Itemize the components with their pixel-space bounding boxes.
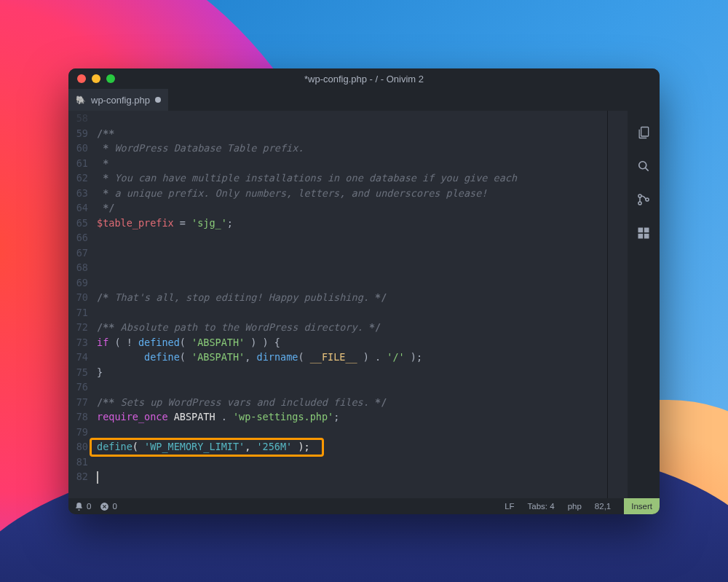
main-area: 58 59 60 61 62 63 64 65 66 67 68 69 70 7… [68,111,660,498]
svg-point-4 [638,202,641,205]
status-indentation[interactable]: Tabs: 4 [528,502,555,511]
status-language[interactable]: php [568,502,582,511]
svg-rect-7 [644,228,649,233]
source-control-icon[interactable] [636,192,651,207]
dirty-indicator-icon [155,97,161,103]
traffic-lights [68,74,115,83]
activity-bar [628,111,660,498]
problems-button[interactable]: 0 [100,502,116,511]
vim-mode-indicator: Insert [624,498,660,514]
minimize-button[interactable] [92,74,100,83]
cursor [97,471,98,484]
status-eol[interactable]: LF [505,502,514,511]
maximize-button[interactable] [106,74,115,83]
tab-label: wp-config.php [91,95,150,106]
editor-window: *wp-config.php - / - Onivim 2 🐘 wp-confi… [68,68,660,514]
extensions-icon[interactable] [636,226,651,240]
php-file-icon: 🐘 [76,95,86,105]
search-icon[interactable] [636,159,651,173]
status-bar: 0 0 LF Tabs: 4 php 82,1 Insert [68,498,660,514]
files-icon[interactable] [636,125,651,140]
problems-count: 0 [112,502,116,511]
line-number-gutter: 58 59 60 61 62 63 64 65 66 67 68 69 70 7… [68,111,92,498]
error-icon [100,502,109,511]
code-area[interactable]: /** * WordPress Database Table prefix. *… [92,111,607,498]
svg-point-3 [638,194,641,197]
svg-rect-6 [638,228,644,233]
notifications-button[interactable]: 0 [74,502,91,511]
bell-icon [74,502,84,511]
tab-wp-config[interactable]: 🐘 wp-config.php [68,89,168,111]
svg-point-1 [639,162,646,169]
svg-rect-0 [641,127,649,137]
status-cursor-position[interactable]: 82,1 [595,502,611,511]
close-button[interactable] [77,74,86,83]
svg-line-2 [646,168,649,171]
minimap[interactable] [607,111,628,498]
notifications-count: 0 [87,502,91,511]
editor[interactable]: 58 59 60 61 62 63 64 65 66 67 68 69 70 7… [68,111,628,498]
svg-rect-8 [638,234,644,239]
window-title: *wp-config.php - / - Onivim 2 [68,74,660,84]
tab-bar: 🐘 wp-config.php [68,89,660,111]
titlebar: *wp-config.php - / - Onivim 2 [68,68,660,89]
svg-rect-9 [644,234,649,239]
